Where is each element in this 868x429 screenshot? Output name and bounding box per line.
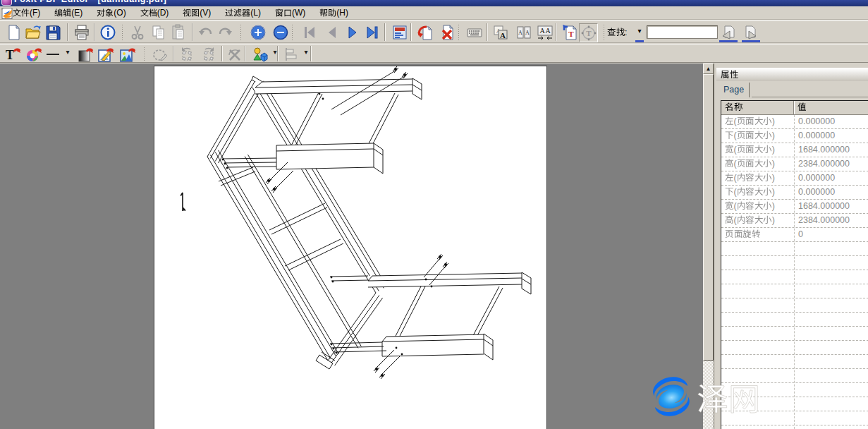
cjk-glyph [754,145,764,154]
property-row[interactable]: ()0.000000 [721,186,868,200]
column-divider [794,115,795,429]
pdf-page[interactable] [154,66,547,429]
property-row[interactable]: ()2384.000000 [721,214,868,228]
add-image-icon [119,46,136,63]
workspace: ▲ Page ()0.000000()0.000000()1684.000000… [0,64,868,429]
open-folder-button[interactable] [24,23,42,42]
menu-filter[interactable]: (L) [218,7,268,18]
cjk-glyph [725,131,734,140]
header-name[interactable] [721,101,794,114]
property-row[interactable]: ()0.000000 [721,171,868,186]
menu-edit[interactable]: (E) [47,7,90,18]
delete-object-button[interactable] [226,45,244,64]
previous-page-button[interactable] [323,23,341,42]
font-style-button[interactable]: AA [491,23,510,42]
title-bar[interactable]: Foxit PDF Editor - [danhuang.pdf] [0,0,868,6]
align-button[interactable] [282,45,300,64]
zoom-in-button[interactable] [249,23,267,42]
menu-view[interactable]: (V) [176,7,218,18]
property-row-empty [721,256,868,270]
first-page-button[interactable] [300,23,319,42]
page-layout-icon [391,24,408,41]
zoom-out-button[interactable] [271,23,290,42]
property-value: 2384.000000 [794,214,868,227]
text-tool-button[interactable]: T [579,23,598,42]
line-style-button[interactable] [44,45,62,64]
gradient-button[interactable] [76,45,94,64]
save-floppy-button[interactable] [44,23,62,42]
property-name: () [721,214,794,227]
application-window: { "window": { "title": "Foxit PDF Editor… [0,0,868,429]
property-row[interactable]: ()2384.000000 [721,157,868,171]
add-image-button[interactable] [118,45,137,64]
property-row[interactable]: ()1684.000000 [721,200,868,214]
cjk-glyph [763,215,772,224]
tab-page[interactable]: Page [719,83,750,97]
find-previous-button[interactable] [719,23,738,42]
property-row-empty [721,327,868,341]
find-next-button[interactable] [742,23,760,42]
find-label: : [607,28,627,37]
align-icon [283,46,300,63]
page-layout-button[interactable] [391,23,409,42]
new-document-button[interactable] [5,23,23,42]
find-input[interactable] [647,25,718,39]
cjk-glyph [737,187,746,196]
cjk-glyph [734,102,743,111]
color-wheel-button[interactable] [25,45,43,64]
svg-text:A: A [545,27,551,35]
redo-arrow-button[interactable] [216,23,235,42]
paste-clipboard-button[interactable] [169,23,188,42]
import-text-button[interactable]: T [561,23,580,42]
menu-window[interactable]: (W) [268,7,312,18]
dropdown-arrow-icon[interactable]: ▾ [302,48,310,56]
shapes-button[interactable] [251,45,269,64]
cjk-glyph [737,116,746,126]
property-row[interactable]: ()0.000000 [721,129,868,143]
menu-help[interactable]: (H) [312,7,355,18]
header-value[interactable] [794,101,868,114]
cjk-glyph [754,116,764,126]
rotate-right-button[interactable] [200,45,218,64]
print-button[interactable] [73,23,91,42]
letter-spacing-icon: AA [537,24,554,41]
property-row[interactable]: ()1684.000000 [721,143,868,157]
cjk-glyph [737,145,746,154]
cut-scissors-button[interactable] [128,23,147,42]
letter-width-button[interactable]: AA [515,23,533,42]
menu-object[interactable]: (O) [90,7,133,18]
property-row-empty [721,425,868,429]
last-page-button[interactable] [363,23,381,42]
property-row-empty [721,313,868,327]
cjk-glyph [725,173,734,182]
cjk-glyph [725,145,734,154]
menu-document[interactable]: (D) [133,7,176,18]
svg-text:T: T [6,48,14,62]
property-row[interactable]: ()0.000000 [721,115,868,129]
copy-button[interactable] [149,23,168,42]
clone-tool-button[interactable] [151,45,169,64]
keyboard-button[interactable] [465,23,484,42]
cjk-glyph [763,116,772,126]
scroll-up-button[interactable]: ▲ [703,64,714,74]
property-row-empty [721,242,868,256]
property-row[interactable]: 0 [721,228,868,242]
first-page-icon [301,24,318,41]
svg-text:T: T [586,29,592,37]
info-button[interactable] [99,23,117,42]
letter-spacing-button[interactable]: AA [536,23,554,42]
undo-arrow-button[interactable] [196,23,214,42]
find-dropdown-arrow-icon[interactable]: ▾ [635,27,644,35]
document-menu-icon[interactable] [1,8,13,19]
zoom-out-icon [272,24,289,41]
next-page-button[interactable] [343,23,362,42]
edit-image-button[interactable] [97,45,115,64]
dropdown-arrow-icon[interactable]: ▾ [63,48,72,56]
delete-page-button[interactable] [439,23,457,42]
add-text-button[interactable]: T [4,45,22,64]
rotate-left-button[interactable] [178,45,196,64]
cjk-glyph [737,215,746,224]
rotate-page-button[interactable] [416,23,434,42]
toolbar-separator [556,23,557,41]
scrollbar-thumb[interactable] [703,74,714,361]
